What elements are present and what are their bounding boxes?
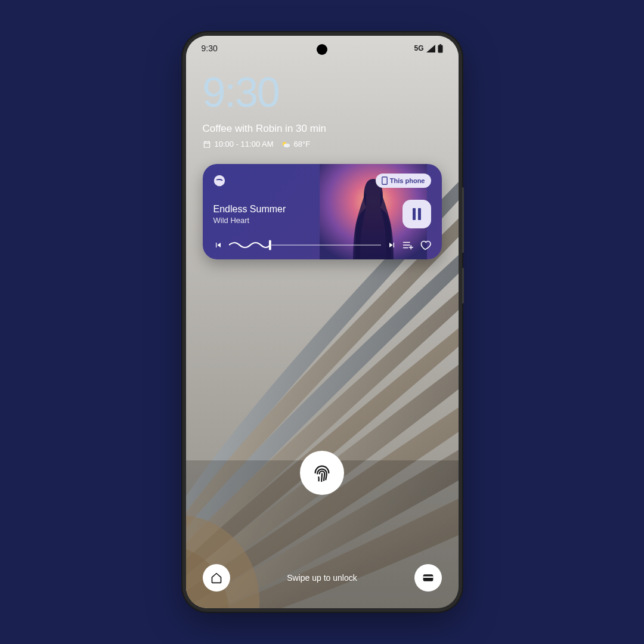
network-label: 5G [414,44,423,52]
volume-button[interactable] [462,187,464,253]
svg-rect-10 [382,177,387,185]
signal-icon [426,45,435,52]
weather-temp: 68°F [294,140,311,148]
media-player-card[interactable]: This phone Endless Summer Wild Heart [203,164,442,259]
svg-rect-11 [413,208,416,220]
track-title: Endless Summer [213,204,286,215]
spotify-icon [213,175,225,187]
play-pause-button[interactable] [402,200,431,228]
calendar-icon [203,140,211,148]
progress-scrubber[interactable] [229,239,381,251]
phone-frame: 9:30 5G 9:30 Coffee with Robin in 30 min… [182,32,462,612]
phone-icon [382,177,388,185]
power-button[interactable] [462,268,464,304]
svg-rect-21 [423,577,433,578]
event-title: Coffee with Robin in 30 min [203,123,442,135]
unlock-hint: Swipe up to unlock [287,573,357,583]
svg-point-7 [283,143,290,147]
device-label: This phone [390,177,425,184]
fingerprint-sensor[interactable] [300,451,344,495]
svg-rect-4 [439,44,441,45]
event-time: 10:00 - 11:00 AM [215,140,274,148]
front-camera [317,44,327,55]
battery-icon [438,44,443,53]
queue-button[interactable] [402,240,413,250]
status-time: 9:30 [202,44,218,53]
next-button[interactable] [387,240,397,250]
fingerprint-icon [312,463,332,483]
svg-point-9 [213,175,224,186]
svg-rect-12 [418,208,421,220]
track-artist: Wild Heart [213,216,286,225]
svg-rect-5 [438,45,442,52]
wallet-shortcut[interactable] [414,564,442,592]
weather-icon [281,140,290,148]
home-icon [210,572,222,584]
home-control-shortcut[interactable] [203,564,230,592]
screen[interactable]: 9:30 5G 9:30 Coffee with Robin in 30 min… [186,36,459,608]
previous-button[interactable] [213,240,223,250]
favorite-button[interactable] [419,240,431,250]
pause-icon [411,208,422,220]
lockscreen-clock: 9:30 [203,72,442,113]
output-device-chip[interactable]: This phone [376,174,431,188]
event-meta: 10:00 - 11:00 AM 68°F [203,140,442,148]
wallet-icon [422,572,434,583]
